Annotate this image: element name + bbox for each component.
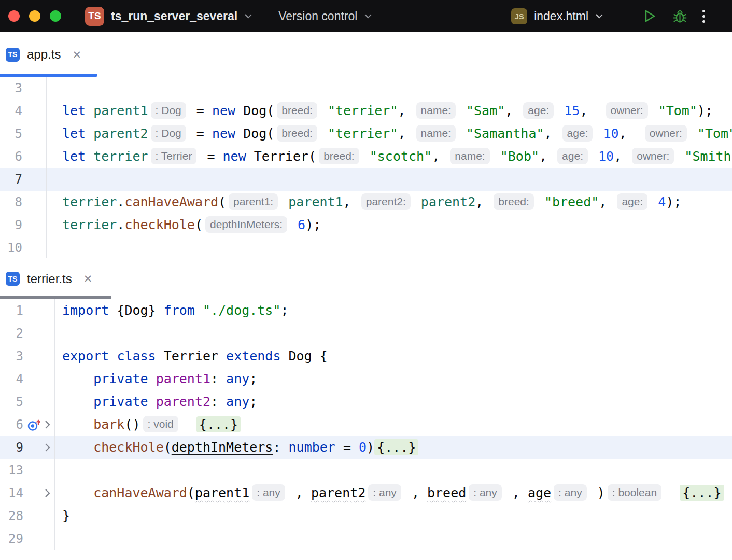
code-token: , xyxy=(398,126,413,141)
line-number[interactable]: 5 xyxy=(16,395,23,409)
line-number[interactable]: 9 xyxy=(16,440,23,455)
gutter[interactable]: 6 xyxy=(0,413,55,436)
code-token: any xyxy=(226,394,249,409)
more-actions-button[interactable] xyxy=(702,10,705,23)
run-button[interactable] xyxy=(642,8,657,24)
gutter[interactable]: 6 xyxy=(0,145,47,168)
code-line-9[interactable]: 9 checkHole(depthInMeters: number = 0){.… xyxy=(0,436,732,459)
gutter[interactable]: 8 xyxy=(0,191,47,214)
gutter[interactable]: 28 xyxy=(0,505,55,527)
line-number[interactable]: 7 xyxy=(15,172,22,187)
code-line-8[interactable]: 8terrier.canHaveAward(parent1: parent1, … xyxy=(0,191,732,214)
line-number[interactable]: 28 xyxy=(8,509,23,523)
inlay-hint: breed: xyxy=(277,102,317,119)
code-line-6[interactable]: 6let terrier: Terrier = new Terrier(bree… xyxy=(0,145,732,168)
code-token: ( xyxy=(164,440,172,455)
inlay-hint: owner: xyxy=(645,125,687,142)
gutter[interactable]: 5 xyxy=(0,390,55,413)
inlay-hint: parent2: xyxy=(361,193,411,210)
code-line-3[interactable]: 3 xyxy=(0,77,732,100)
inlay-hint: name: xyxy=(416,102,456,119)
code-editor-app[interactable]: 34let parent1: Dog = new Dog(breed: "ter… xyxy=(0,77,732,258)
line-number[interactable]: 14 xyxy=(8,486,23,500)
code-token: depthInMeters xyxy=(172,440,273,455)
gutter[interactable]: 4 xyxy=(0,100,47,122)
gutter[interactable]: 1 xyxy=(0,299,55,322)
close-window-button[interactable] xyxy=(8,10,20,22)
line-number[interactable]: 4 xyxy=(15,104,22,118)
code-line-5[interactable]: 5 private parent2: any; xyxy=(0,390,732,413)
line-number[interactable]: 3 xyxy=(16,349,23,363)
folded-code-chip[interactable]: {...} xyxy=(680,485,724,501)
fold-collapsed-chevron-icon[interactable] xyxy=(44,488,51,498)
code-token: . xyxy=(117,217,124,232)
code-line-7[interactable]: 7 xyxy=(0,168,732,191)
line-number[interactable]: 3 xyxy=(15,81,22,95)
chevron-down-icon xyxy=(364,13,372,19)
code-line-6[interactable]: 6 bark(): void {...} xyxy=(0,413,732,436)
gutter[interactable]: 4 xyxy=(0,368,55,390)
zoom-window-button[interactable] xyxy=(50,10,61,22)
overrides-method-gutter-icon[interactable] xyxy=(27,418,41,432)
tab-label: app.ts xyxy=(27,47,61,62)
code-line-4[interactable]: 4let parent1: Dog = new Dog(breed: "terr… xyxy=(0,100,732,122)
gutter[interactable]: 10 xyxy=(0,236,47,258)
inlay-hint: breed: xyxy=(494,193,534,210)
line-number[interactable]: 5 xyxy=(15,127,22,141)
close-tab-icon[interactable]: ✕ xyxy=(83,273,93,284)
gutter[interactable]: 14 xyxy=(0,482,55,505)
fold-collapsed-chevron-icon[interactable] xyxy=(44,419,51,430)
line-number[interactable]: 6 xyxy=(15,149,22,164)
line-number[interactable]: 10 xyxy=(7,241,22,255)
code-line-14[interactable]: 14 canHaveAward(parent1: any , parent2: … xyxy=(0,482,732,505)
code-editor-terrier[interactable]: 1import {Dog} from "./dog.ts";23export c… xyxy=(0,299,732,560)
code-token: ); xyxy=(697,103,713,118)
debug-button[interactable] xyxy=(672,8,688,24)
code-line-4[interactable]: 4 private parent1: any; xyxy=(0,368,732,390)
line-number[interactable]: 8 xyxy=(15,195,22,209)
gutter[interactable]: 13 xyxy=(0,459,55,482)
code-line-28[interactable]: 28} xyxy=(0,505,732,527)
code-line-3[interactable]: 3export class Terrier extends Dog { xyxy=(0,345,732,368)
fold-collapsed-chevron-icon[interactable] xyxy=(44,442,51,453)
line-number[interactable]: 29 xyxy=(8,531,23,546)
code-line-9[interactable]: 9terrier.checkHole(depthInMeters: 6); xyxy=(0,214,732,236)
code-line-1[interactable]: 1import {Dog} from "./dog.ts"; xyxy=(0,299,732,322)
folded-code-chip[interactable]: {...} xyxy=(374,439,418,455)
project-selector[interactable]: TS ts_run_server_several xyxy=(85,7,252,26)
code-line-5[interactable]: 5let parent2: Dog = new Dog(breed: "terr… xyxy=(0,122,732,145)
vcs-widget[interactable]: Version control xyxy=(278,9,372,23)
line-number[interactable]: 2 xyxy=(16,326,23,341)
line-number[interactable]: 1 xyxy=(16,303,23,318)
code-line-10[interactable]: 10 xyxy=(0,236,732,258)
gutter[interactable]: 7 xyxy=(0,168,47,191)
code-line-29[interactable]: 29 xyxy=(0,527,732,550)
gutter[interactable]: 2 xyxy=(0,322,55,345)
code-token: checkHole xyxy=(93,440,163,455)
code-line-13[interactable]: 13 xyxy=(0,459,732,482)
folded-code-chip[interactable]: {...} xyxy=(196,416,241,432)
code-token: : xyxy=(210,371,226,386)
close-tab-icon[interactable]: ✕ xyxy=(72,49,81,60)
gutter[interactable]: 3 xyxy=(0,77,47,100)
inlay-hint: breed: xyxy=(319,148,359,164)
line-number[interactable]: 13 xyxy=(8,463,23,478)
line-number[interactable]: 9 xyxy=(15,218,22,232)
tab-terrier-ts[interactable]: TS terrier.ts ✕ xyxy=(0,272,92,286)
project-name: ts_run_server_several xyxy=(111,9,237,23)
gutter[interactable]: 5 xyxy=(0,122,47,145)
minimize-window-button[interactable] xyxy=(29,10,40,22)
gutter[interactable]: 29 xyxy=(0,527,55,550)
code-token: , xyxy=(404,485,427,500)
gutter[interactable]: 3 xyxy=(0,345,55,368)
code-token: . xyxy=(117,194,124,209)
gutter[interactable]: 9 xyxy=(0,214,47,236)
tab-app-ts[interactable]: TS app.ts ✕ xyxy=(0,47,81,62)
run-configuration-selector[interactable]: JS index.html xyxy=(511,8,603,24)
code-token xyxy=(458,126,466,141)
gutter[interactable]: 9 xyxy=(0,436,55,459)
vcs-label: Version control xyxy=(278,9,357,23)
line-number[interactable]: 4 xyxy=(16,372,23,386)
code-line-2[interactable]: 2 xyxy=(0,322,732,345)
line-number[interactable]: 6 xyxy=(16,417,23,432)
